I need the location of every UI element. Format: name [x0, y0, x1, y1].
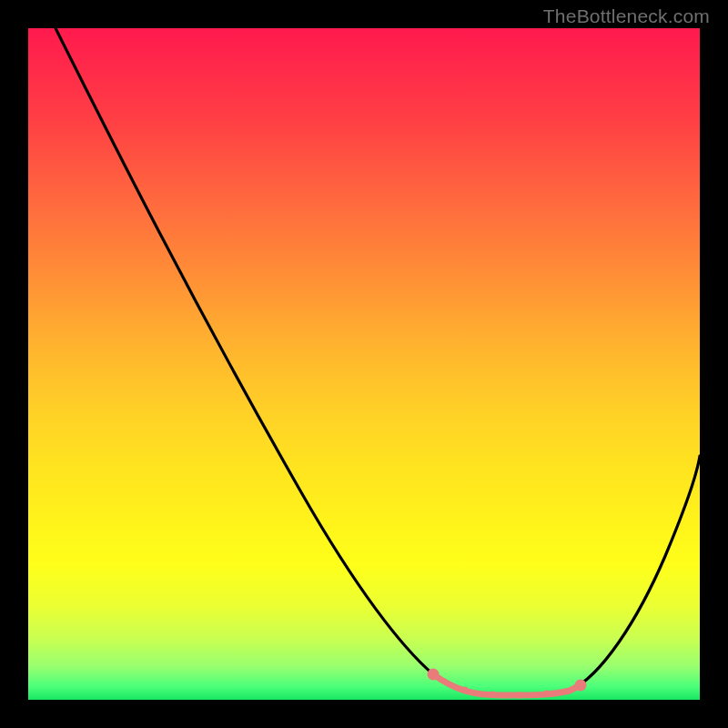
segment-dot-a	[462, 687, 469, 693]
bottom-pink-segment	[433, 674, 581, 695]
plot-area	[28, 28, 700, 700]
bottleneck-curve	[56, 28, 700, 695]
chart-frame: TheBottleneck.com	[0, 0, 728, 728]
watermark-text: TheBottleneck.com	[543, 5, 710, 27]
segment-dot-left	[428, 669, 440, 681]
segment-dot-right	[575, 680, 587, 692]
bottleneck-curve-svg	[28, 28, 700, 700]
segment-dot-b	[490, 692, 496, 698]
segment-dot-c	[517, 693, 523, 699]
segment-dot-d	[544, 691, 551, 697]
